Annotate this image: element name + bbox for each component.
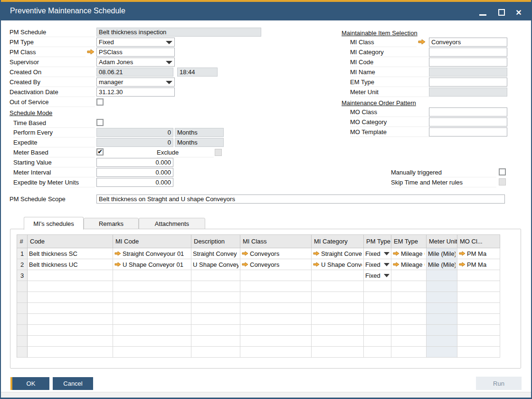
chevron-down-icon[interactable]	[166, 81, 172, 84]
chevron-down-icon[interactable]	[384, 263, 390, 266]
cell-description[interactable]: Straight Convey	[191, 248, 240, 259]
cell-meter_unit[interactable]	[427, 347, 457, 358]
cell-mi_category[interactable]	[312, 314, 364, 325]
cell-mi_class[interactable]	[240, 336, 312, 347]
created-on-date-field[interactable]: 08.06.21	[96, 68, 173, 77]
cell-em_type[interactable]	[391, 292, 427, 303]
cell-meter_unit[interactable]	[427, 336, 457, 347]
cell-num[interactable]	[17, 281, 28, 292]
cell-num[interactable]	[17, 303, 28, 314]
perform-every-field[interactable]: 0	[96, 128, 173, 137]
cell-code[interactable]	[28, 270, 113, 281]
link-arrow-icon[interactable]	[393, 251, 399, 256]
tab-mis-schedules[interactable]: MI's schedules	[24, 217, 84, 230]
cell-mo_class[interactable]	[457, 314, 500, 325]
cell-num[interactable]	[17, 347, 28, 358]
created-on-time-field[interactable]: 18:44	[177, 68, 218, 77]
link-arrow-icon[interactable]	[459, 251, 466, 256]
mo-class-field[interactable]	[429, 107, 507, 117]
cell-mi_category[interactable]	[312, 292, 364, 303]
cell-em_type[interactable]: Mileage 01	[391, 259, 427, 270]
column-header-mi_code[interactable]: MI Code	[113, 235, 191, 248]
cell-em_type[interactable]	[391, 325, 427, 336]
meter-unit-field[interactable]	[429, 88, 507, 97]
cell-code[interactable]	[28, 325, 113, 336]
column-header-mi_category[interactable]: MI Category	[312, 235, 364, 248]
cell-mo_class[interactable]	[457, 281, 500, 292]
cell-em_type[interactable]	[391, 270, 427, 281]
cell-description[interactable]	[191, 325, 240, 336]
meter-interval-field[interactable]: 0.000	[96, 168, 173, 177]
cell-mi_code[interactable]	[113, 303, 191, 314]
cell-mi_class[interactable]	[240, 303, 312, 314]
cell-em_type[interactable]	[391, 347, 427, 358]
cell-pm_type[interactable]	[364, 325, 391, 336]
cell-mi_code[interactable]	[113, 314, 191, 325]
column-header-num[interactable]: #	[17, 235, 28, 248]
cell-mi_category[interactable]	[312, 303, 364, 314]
cell-mi_class[interactable]	[240, 347, 312, 358]
column-header-em_type[interactable]: EM Type	[391, 235, 427, 248]
chevron-down-icon[interactable]	[384, 274, 390, 277]
column-header-pm_type[interactable]: PM Type	[364, 235, 391, 248]
supervisor-select[interactable]: Adam Jones	[96, 58, 175, 67]
cell-pm_type[interactable]: Fixed	[364, 259, 391, 270]
manually-triggered-checkbox[interactable]	[499, 168, 506, 175]
cell-description[interactable]	[191, 347, 240, 358]
pm-schedule-scope-field[interactable]: Belt thickness on Straght and U shape Co…	[96, 195, 505, 204]
mi-name-field[interactable]	[429, 68, 507, 77]
cell-num[interactable]: 2	[17, 259, 28, 270]
cell-code[interactable]	[28, 347, 113, 358]
cell-mo_class[interactable]	[457, 270, 500, 281]
link-arrow-icon[interactable]	[459, 262, 466, 267]
cell-num[interactable]	[17, 336, 28, 347]
cell-mi_code[interactable]	[113, 292, 191, 303]
cell-mo_class[interactable]	[457, 303, 500, 314]
maximize-button[interactable]	[496, 7, 507, 18]
expedite-unit-field[interactable]: Months	[175, 138, 224, 147]
cell-pm_type[interactable]	[364, 281, 391, 292]
cell-mo_class[interactable]	[457, 325, 500, 336]
mi-class-field[interactable]: Conveyors	[429, 38, 507, 47]
cell-meter_unit[interactable]	[427, 270, 457, 281]
cell-mo_class[interactable]	[457, 347, 500, 358]
cell-mi_category[interactable]: Straight Conve	[312, 248, 364, 259]
cell-description[interactable]	[191, 314, 240, 325]
link-arrow-icon[interactable]	[313, 251, 320, 256]
pm-schedule-field[interactable]: Belt thickness inspection	[96, 28, 261, 37]
run-button[interactable]: Run	[476, 377, 522, 390]
cell-meter_unit[interactable]: Mile (Mile)	[427, 259, 457, 270]
cell-mi_category[interactable]	[312, 347, 364, 358]
out-of-service-checkbox[interactable]	[96, 98, 104, 106]
created-by-select[interactable]: manager	[96, 78, 175, 87]
cell-description[interactable]	[191, 281, 240, 292]
cell-mi_class[interactable]	[240, 325, 312, 336]
cell-em_type[interactable]	[391, 303, 427, 314]
cell-meter_unit[interactable]: Mile (Mile)	[427, 248, 457, 259]
cell-pm_type[interactable]: Fixed	[364, 270, 391, 281]
cell-meter_unit[interactable]	[427, 325, 457, 336]
cell-num[interactable]	[17, 292, 28, 303]
chevron-down-icon[interactable]	[166, 61, 172, 64]
cell-mi_class[interactable]	[240, 314, 312, 325]
cell-mi_code[interactable]	[113, 325, 191, 336]
cell-mi_code[interactable]: Straight Conveyour 01	[113, 248, 191, 259]
cell-mi_code[interactable]	[113, 347, 191, 358]
cell-pm_type[interactable]	[364, 303, 391, 314]
em-type-field[interactable]	[429, 78, 507, 87]
cancel-button[interactable]: Cancel	[53, 377, 93, 390]
ok-button[interactable]: OK	[10, 377, 49, 390]
cell-meter_unit[interactable]	[427, 292, 457, 303]
cell-pm_type[interactable]: Fixed	[364, 248, 391, 259]
mo-template-field[interactable]	[429, 127, 507, 136]
deactivation-date-field[interactable]: 31.12.30	[96, 88, 175, 97]
cell-mi_category[interactable]: U Shape Conve	[312, 259, 364, 270]
pm-class-field[interactable]: PSClass	[96, 48, 175, 57]
cell-mi_code[interactable]: U Shape Conveyor 01	[113, 259, 191, 270]
link-arrow-icon[interactable]	[393, 262, 399, 267]
cell-code[interactable]: Belt thickness UC	[28, 259, 113, 270]
cell-meter_unit[interactable]	[427, 281, 457, 292]
cell-mo_class[interactable]	[457, 292, 500, 303]
tab-attachments[interactable]: Attachments	[139, 218, 205, 229]
cell-description[interactable]	[191, 336, 240, 347]
